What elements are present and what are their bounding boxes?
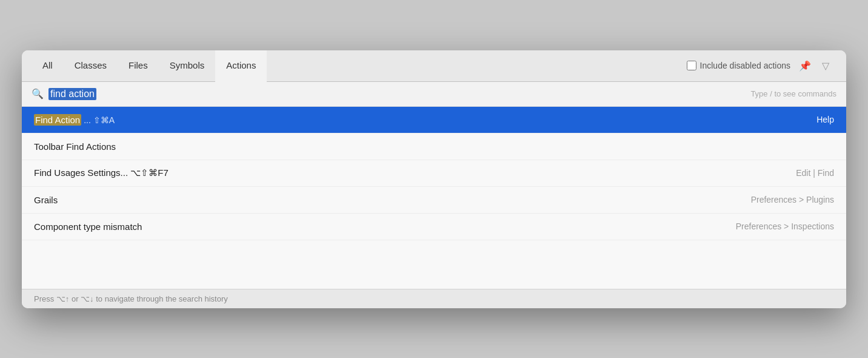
status-bar: Press ⌥↑ or ⌥↓ to navigate through the s… (22, 289, 846, 308)
tab-files[interactable]: Files (118, 50, 159, 82)
search-dialog: All Classes Files Symbols Actions Includ… (22, 50, 846, 308)
filter-icon[interactable]: ▽ (820, 58, 832, 74)
result-left-grails: Grails (34, 195, 58, 205)
search-input-selected-text: find action (48, 88, 96, 100)
tab-actions[interactable]: Actions (215, 50, 267, 82)
result-item-find-usages[interactable]: Find Usages Settings... ⌥⇧⌘F7 Edit | Fin… (22, 160, 846, 187)
result-right-grails: Preferences > Plugins (751, 195, 834, 204)
include-disabled-checkbox[interactable] (687, 61, 696, 70)
result-item-find-action[interactable]: Find Action... ⇧⌘A Help (22, 107, 846, 133)
result-left-toolbar: Toolbar Find Actions (34, 141, 116, 152)
empty-area (22, 240, 846, 289)
result-item-grails[interactable]: Grails Preferences > Plugins (22, 187, 846, 214)
pin-icon[interactable]: 📌 (796, 58, 813, 74)
search-bar: 🔍 find action Type / to see commands (22, 82, 846, 107)
result-right-find-usages: Edit | Find (796, 168, 834, 178)
search-icon: 🔍 (32, 88, 44, 100)
result-left-find-usages: Find Usages Settings... ⌥⇧⌘F7 (34, 167, 169, 178)
result-right-find-action: Help (816, 115, 834, 124)
tabs-bar: All Classes Files Symbols Actions Includ… (22, 50, 846, 82)
result-left-component: Component type mismatch (34, 221, 142, 232)
result-right-component: Preferences > Inspections (736, 221, 834, 231)
tab-all[interactable]: All (32, 50, 64, 82)
result-left-find-action: Find Action... ⇧⌘A (34, 115, 115, 125)
tab-classes[interactable]: Classes (64, 50, 118, 82)
tab-symbols[interactable]: Symbols (159, 50, 216, 82)
tabs-right: Include disabled actions 📌 ▽ (687, 50, 836, 81)
include-disabled-label[interactable]: Include disabled actions (687, 61, 790, 70)
result-highlight-find-action: Find Action... ⇧⌘A (34, 115, 115, 125)
results-list: Find Action... ⇧⌘A Help Toolbar Find Act… (22, 107, 846, 289)
result-item-toolbar-find-actions[interactable]: Toolbar Find Actions (22, 133, 846, 160)
type-hint: Type / to see commands (750, 89, 836, 98)
result-item-component-mismatch[interactable]: Component type mismatch Preferences > In… (22, 214, 846, 240)
